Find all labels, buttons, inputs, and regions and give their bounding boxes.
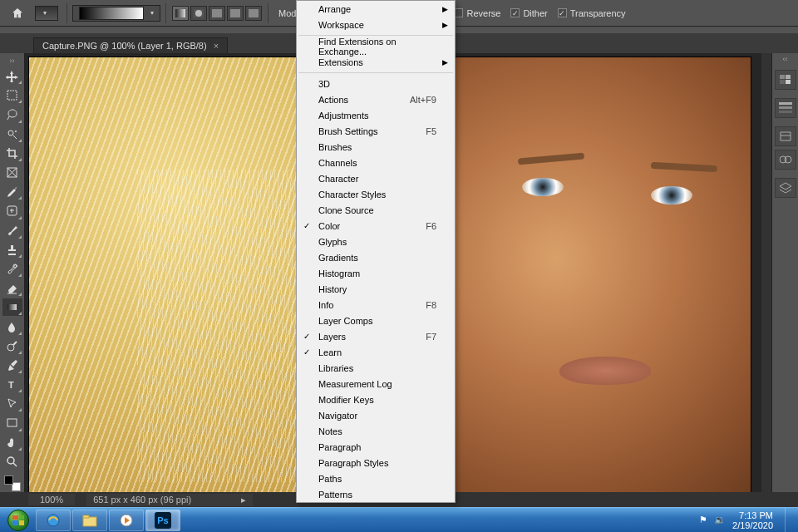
tool-eraser[interactable] — [2, 279, 22, 297]
tool-type[interactable]: T — [2, 376, 22, 393]
tray-volume-icon[interactable]: 🔉 — [714, 515, 726, 525]
menu-item-arrange[interactable]: Arrange▶ — [297, 1, 455, 17]
linear-gradient-icon[interactable] — [172, 6, 189, 21]
radial-gradient-icon[interactable] — [190, 6, 207, 21]
transparency-checkbox[interactable]: Transparency — [558, 8, 626, 18]
gradient-preview — [79, 7, 144, 20]
taskbar-photoshop[interactable]: Ps — [145, 510, 180, 531]
tool-move[interactable] — [2, 67, 22, 85]
doc-info[interactable]: 651 px x 460 px (96 ppi) ▸ — [86, 494, 253, 506]
tool-gradient[interactable] — [2, 298, 22, 316]
menu-item-color[interactable]: ✓ColorF6 — [297, 218, 455, 234]
home-icon[interactable] — [8, 4, 27, 22]
diamond-gradient-icon[interactable] — [245, 6, 262, 21]
menu-item-paragraph[interactable]: Paragraph — [297, 439, 455, 455]
svg-rect-4 — [230, 9, 240, 17]
tray-clock[interactable]: 7:13 PM 2/19/2020 — [732, 510, 773, 530]
expand-icon[interactable]: ‹‹ — [783, 55, 788, 63]
menu-item-navigator[interactable]: Navigator — [297, 407, 455, 423]
tool-lasso[interactable] — [2, 106, 22, 123]
toolbox: ›› T — [0, 53, 25, 492]
right-panel-dock: ‹‹ — [771, 53, 798, 492]
svg-rect-28 — [83, 515, 89, 518]
svg-rect-3 — [212, 9, 222, 17]
menu-item-paragraph-styles[interactable]: Paragraph Styles — [297, 455, 455, 470]
tool-blur[interactable] — [2, 318, 22, 335]
svg-rect-18 — [786, 75, 791, 79]
menu-item-3d[interactable]: 3D — [297, 76, 455, 91]
collapse-icon[interactable]: ›› — [10, 57, 15, 65]
start-button[interactable] — [2, 508, 35, 533]
menu-item-workspace[interactable]: Workspace▶ — [297, 17, 455, 32]
zoom-level[interactable]: 100% — [28, 494, 75, 505]
document-tab[interactable]: Capture.PNG @ 100% (Layer 1, RGB/8) × — [33, 37, 228, 53]
tool-dodge[interactable] — [2, 337, 22, 355]
menu-item-glyphs[interactable]: Glyphs — [297, 234, 455, 249]
libraries-panel-icon[interactable] — [775, 126, 796, 146]
svg-rect-12 — [7, 304, 17, 310]
tool-brush[interactable] — [2, 222, 22, 239]
menu-item-notes[interactable]: Notes — [297, 423, 455, 439]
menu-item-gradients[interactable]: Gradients — [297, 249, 455, 265]
menu-item-histogram[interactable]: Histogram — [297, 265, 455, 281]
menu-item-paths[interactable]: Paths — [297, 470, 455, 486]
tool-rectangle[interactable] — [2, 414, 22, 431]
menu-item-actions[interactable]: ActionsAlt+F9 — [297, 91, 455, 107]
svg-rect-15 — [7, 419, 17, 426]
menu-item-brushes[interactable]: Brushes — [297, 139, 455, 155]
show-desktop[interactable] — [785, 508, 793, 533]
tool-preset-picker[interactable]: ▾ — [35, 6, 58, 21]
svg-rect-21 — [779, 102, 792, 105]
adjustments-panel-icon[interactable] — [775, 150, 796, 170]
tool-eyedropper[interactable] — [2, 183, 22, 200]
tool-zoom[interactable] — [2, 453, 22, 470]
svg-point-16 — [7, 457, 14, 464]
tray-flag-icon[interactable]: ⚑ — [699, 515, 707, 525]
menu-item-extensions[interactable]: Extensions▶ — [297, 54, 455, 70]
angle-gradient-icon[interactable] — [209, 6, 225, 21]
tool-marquee[interactable] — [2, 86, 22, 104]
tool-pen[interactable] — [2, 357, 22, 374]
svg-rect-5 — [249, 9, 259, 17]
taskbar-ie[interactable] — [36, 510, 71, 531]
menu-item-channels[interactable]: Channels — [297, 155, 455, 170]
menu-item-layers[interactable]: ✓LayersF7 — [297, 328, 455, 344]
svg-point-7 — [8, 131, 13, 135]
menu-item-libraries[interactable]: Libraries — [297, 360, 455, 376]
menu-item-history[interactable]: History — [297, 281, 455, 297]
tool-quick-select[interactable] — [2, 126, 22, 143]
menu-item-brush-settings[interactable]: Brush SettingsF5 — [297, 123, 455, 139]
gradient-picker[interactable]: ▾ — [72, 5, 160, 22]
svg-rect-0 — [175, 9, 185, 17]
tool-path-select[interactable] — [2, 395, 22, 412]
menu-item-clone-source[interactable]: Clone Source — [297, 202, 455, 218]
layers-panel-icon[interactable] — [775, 178, 796, 198]
menu-item-learn[interactable]: ✓Learn — [297, 344, 455, 360]
dither-checkbox[interactable]: Dither — [510, 8, 547, 18]
taskbar-explorer[interactable] — [72, 510, 107, 531]
color-swatches[interactable] — [2, 475, 22, 492]
menu-item-patterns[interactable]: Patterns — [297, 486, 455, 502]
tool-hand[interactable] — [2, 434, 22, 451]
menu-item-modifier-keys[interactable]: Modifier Keys — [297, 392, 455, 407]
reverse-checkbox[interactable]: Reverse — [454, 8, 500, 18]
reflected-gradient-icon[interactable] — [227, 6, 244, 21]
menu-item-measurement-log[interactable]: Measurement Log — [297, 376, 455, 392]
close-icon[interactable]: × — [214, 41, 219, 51]
svg-rect-6 — [7, 91, 17, 100]
color-panel-icon[interactable] — [775, 70, 796, 90]
menu-item-adjustments[interactable]: Adjustments — [297, 107, 455, 123]
tool-frame[interactable] — [2, 164, 22, 181]
tool-healing[interactable] — [2, 202, 22, 219]
menu-item-layer-comps[interactable]: Layer Comps — [297, 313, 455, 328]
menu-item-info[interactable]: InfoF8 — [297, 297, 455, 313]
menu-item-character[interactable]: Character — [297, 170, 455, 186]
svg-point-2 — [195, 10, 202, 17]
swatches-panel-icon[interactable] — [775, 98, 796, 118]
taskbar-wmp[interactable] — [109, 510, 144, 531]
tool-history-brush[interactable] — [2, 260, 22, 278]
tool-crop[interactable] — [2, 145, 22, 162]
menu-item-character-styles[interactable]: Character Styles — [297, 186, 455, 202]
tool-stamp[interactable] — [2, 241, 22, 259]
menu-item-find-extensions-on-exchange-[interactable]: Find Extensions on Exchange... — [297, 38, 455, 54]
